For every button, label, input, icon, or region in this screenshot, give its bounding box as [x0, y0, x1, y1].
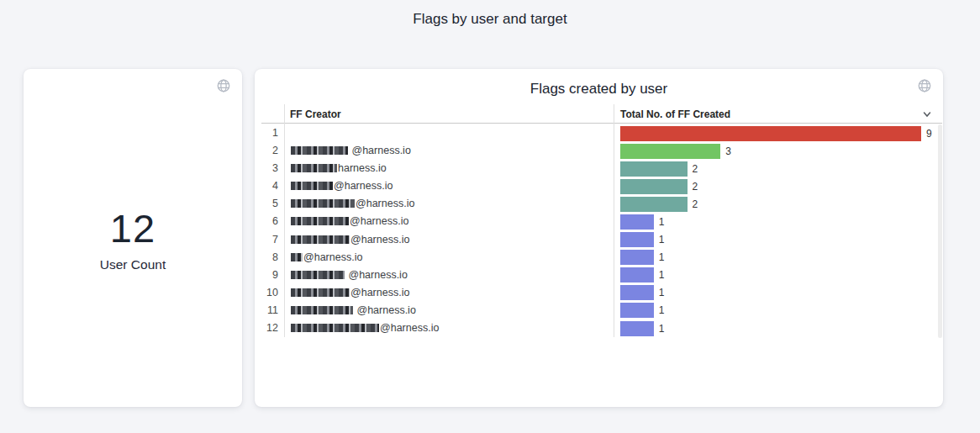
ff-creator-cell: @harness.io — [291, 234, 409, 247]
bar[interactable] — [620, 250, 654, 265]
email-suffix: harness.io — [338, 162, 387, 174]
ff-creator-cell: @harness.io — [291, 287, 409, 300]
redacted-name — [291, 306, 353, 314]
table-row: 6@harness.io1 — [255, 213, 943, 230]
redacted-name — [291, 324, 379, 332]
row-index: 8 — [255, 251, 278, 263]
ff-creator-cell: harness.io — [291, 162, 387, 176]
bar[interactable] — [620, 144, 720, 159]
email-suffix: @harness.io — [356, 198, 414, 209]
globe-icon[interactable] — [216, 78, 231, 93]
header-divider — [261, 123, 942, 124]
bar-value: 1 — [659, 269, 665, 281]
ff-creator-cell: @harness.io — [291, 304, 416, 318]
bar[interactable] — [620, 267, 654, 283]
bar[interactable] — [620, 214, 654, 230]
bar-value: 2 — [693, 181, 698, 193]
redacted-name — [291, 182, 333, 190]
table-row: 12@harness.io1 — [255, 319, 943, 337]
table-row: 11 @harness.io1 — [255, 302, 943, 319]
row-index: 1 — [255, 127, 278, 139]
bar-value: 1 — [659, 304, 665, 316]
ff-creator-cell: @harness.io — [291, 180, 393, 193]
bar-value: 9 — [926, 128, 932, 140]
user-count-label: User Count — [24, 257, 242, 272]
email-suffix: @harness.io — [380, 322, 439, 334]
column-header-total-created[interactable]: Total No. of FF Created — [620, 108, 730, 120]
email-suffix: @harness.io — [350, 215, 408, 227]
ff-creator-cell: @harness.io — [291, 215, 408, 229]
table-row: 5@harness.io2 — [255, 195, 943, 213]
row-index: 6 — [255, 215, 278, 227]
bar[interactable] — [620, 303, 654, 318]
row-index: 10 — [255, 287, 278, 298]
redacted-name — [291, 288, 350, 297]
row-index: 5 — [255, 198, 278, 209]
row-index: 3 — [255, 162, 278, 174]
bar-value: 1 — [659, 234, 665, 246]
row-index: 11 — [255, 304, 278, 316]
ff-creator-cell: @harness.io — [291, 269, 408, 283]
scrollbar[interactable] — [938, 124, 942, 338]
row-index: 4 — [255, 180, 278, 192]
redacted-name — [291, 253, 303, 261]
bar[interactable] — [620, 179, 688, 194]
redacted-name — [291, 235, 350, 244]
email-suffix: @harness.io — [334, 180, 393, 192]
row-index: 12 — [255, 322, 278, 334]
bar[interactable] — [620, 321, 654, 336]
ff-creator-cell: @harness.io — [291, 322, 439, 335]
table-row: 2 @harness.io3 — [255, 142, 943, 160]
table-row: 8@harness.io1 — [255, 249, 943, 267]
bar[interactable] — [620, 126, 921, 141]
row-index: 7 — [255, 234, 278, 246]
ff-creator-cell: @harness.io — [291, 198, 414, 211]
bar-value: 1 — [659, 287, 665, 298]
table-row: 10@harness.io1 — [255, 284, 943, 302]
user-count-value: 12 — [24, 205, 242, 251]
bar-value: 1 — [659, 251, 665, 263]
email-suffix: @harness.io — [350, 287, 409, 298]
ff-creator-cell: @harness.io — [291, 251, 362, 265]
email-suffix: @harness.io — [349, 145, 411, 156]
email-suffix: @harness.io — [345, 269, 408, 281]
email-suffix: @harness.io — [303, 251, 362, 263]
redacted-name — [291, 271, 345, 279]
bar-value: 1 — [659, 216, 665, 228]
table-row: 7@harness.io1 — [255, 231, 943, 249]
chevron-down-icon[interactable] — [921, 108, 933, 120]
bar[interactable] — [620, 161, 688, 177]
bar-value: 1 — [659, 323, 665, 335]
row-index: 2 — [255, 145, 278, 156]
table-row: 19 — [255, 124, 943, 142]
redacted-name — [291, 199, 355, 208]
row-index: 9 — [255, 269, 278, 281]
column-header-ff-creator[interactable]: FF Creator — [290, 108, 341, 120]
ff-creator-cell: @harness.io — [291, 145, 411, 158]
table-body: 192 @harness.io33harness.io24@harness.io… — [255, 124, 943, 337]
page-title: Flags by user and target — [0, 11, 980, 28]
bar-value: 3 — [725, 145, 731, 157]
redacted-name — [291, 146, 348, 155]
bar-value: 2 — [693, 163, 698, 175]
flags-created-tile: Flags created by user FF Creator Total N… — [255, 69, 943, 407]
bar-value: 2 — [693, 198, 698, 210]
bar[interactable] — [620, 232, 654, 247]
redacted-name — [291, 164, 337, 172]
bar[interactable] — [620, 285, 654, 300]
tile-title: Flags created by user — [255, 81, 943, 98]
bar[interactable] — [620, 197, 688, 212]
user-count-tile: 12 User Count — [24, 69, 242, 407]
email-suffix: @harness.io — [354, 304, 416, 316]
table-row: 9 @harness.io1 — [255, 267, 943, 284]
redacted-name — [291, 217, 349, 225]
table-row: 4@harness.io2 — [255, 177, 943, 195]
table-row: 3harness.io2 — [255, 160, 943, 177]
email-suffix: @harness.io — [350, 234, 409, 246]
